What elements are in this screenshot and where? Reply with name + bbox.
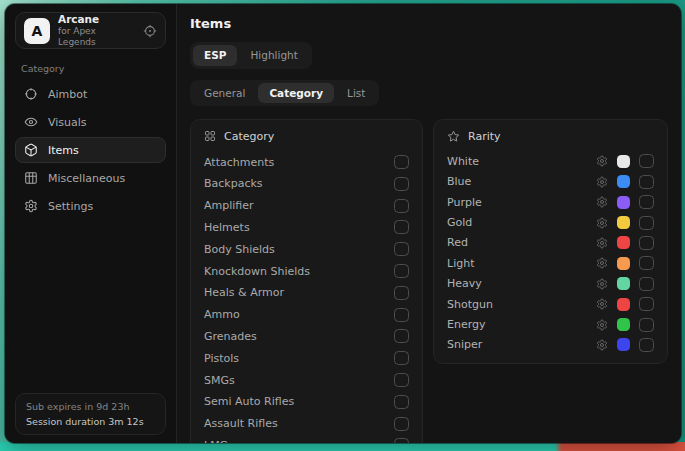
sidebar-item-miscellaneous[interactable]: Miscellaneous (15, 165, 166, 191)
rarity-color-swatch[interactable] (617, 196, 630, 209)
rarity-color-swatch[interactable] (617, 236, 630, 249)
category-checkbox[interactable] (394, 373, 409, 387)
category-panel-title: Category (224, 130, 274, 143)
category-checkbox[interactable] (394, 417, 409, 431)
subscription-status-card: Sub expires in 9d 23h Session duration 3… (15, 393, 166, 435)
sidebar-nav: Aimbot Visuals Items Miscellaneous Setti… (15, 81, 166, 221)
category-row: Amplifier (204, 195, 409, 217)
category-checkbox[interactable] (394, 220, 409, 234)
category-checkbox[interactable] (394, 351, 409, 365)
category-checkbox[interactable] (394, 199, 409, 213)
rarity-row: Red (447, 233, 654, 253)
crosshair-icon (24, 87, 38, 101)
rarity-color-swatch[interactable] (617, 155, 630, 168)
panels-row: Category Attachments Backpacks Amplifier (190, 119, 668, 443)
rarity-row: Light (447, 253, 654, 273)
rarity-checkbox[interactable] (639, 175, 654, 189)
gear-icon[interactable] (596, 176, 608, 188)
rarity-list: White Blue (447, 151, 654, 355)
category-row: Helmets (204, 217, 409, 239)
sidebar-item-settings[interactable]: Settings (15, 193, 166, 219)
category-row: Pistols (204, 347, 409, 369)
category-row: Heals & Armor (204, 282, 409, 304)
app-logo: A (24, 18, 50, 44)
rarity-checkbox[interactable] (639, 277, 654, 291)
category-checkbox[interactable] (394, 308, 409, 322)
view-tabs: GeneralCategoryList (190, 80, 379, 107)
category-checkbox[interactable] (394, 438, 409, 443)
category-row: Semi Auto Rifles (204, 391, 409, 413)
session-duration-text: Session duration 3m 12s (26, 416, 155, 427)
rarity-panel-title: Rarity (468, 130, 501, 143)
category-list: Attachments Backpacks Amplifier Helmets (204, 151, 409, 443)
gear-icon (24, 199, 38, 213)
gear-icon[interactable] (596, 257, 608, 269)
rarity-color-swatch[interactable] (617, 216, 630, 229)
box-icon (24, 143, 38, 157)
tab-general[interactable]: General (193, 83, 256, 104)
rarity-row: Purple (447, 192, 654, 212)
rarity-row: Heavy (447, 274, 654, 294)
rarity-checkbox[interactable] (639, 256, 654, 270)
sub-expiry-text: Sub expires in 9d 23h (26, 401, 155, 412)
tab-highlight[interactable]: Highlight (239, 45, 308, 66)
category-checkbox[interactable] (394, 242, 409, 256)
tab-category[interactable]: Category (258, 83, 334, 104)
category-row: Backpacks (204, 173, 409, 195)
gear-icon[interactable] (596, 339, 608, 351)
brand-card[interactable]: A Arcane for Apex Legends (15, 12, 166, 49)
rarity-checkbox[interactable] (639, 297, 654, 311)
esp-mode-toggle: ESPHighlight (190, 42, 312, 69)
rarity-row: Energy (447, 314, 654, 334)
rarity-row: Gold (447, 212, 654, 232)
app-title: Arcane (58, 13, 135, 26)
category-row: Assault Rifles (204, 413, 409, 435)
desktop-taskbar-strip (0, 442, 685, 451)
eye-icon (24, 115, 38, 129)
sidebar-item-visuals[interactable]: Visuals (15, 109, 166, 135)
target-icon[interactable] (143, 24, 157, 38)
page-title: Items (190, 16, 668, 31)
category-checkbox[interactable] (394, 264, 409, 278)
rarity-checkbox[interactable] (639, 216, 654, 230)
rarity-row: Sniper (447, 335, 654, 355)
rarity-checkbox[interactable] (639, 154, 654, 168)
category-row: Ammo (204, 304, 409, 326)
category-row: Attachments (204, 151, 409, 173)
rarity-color-swatch[interactable] (617, 277, 630, 290)
rarity-color-swatch[interactable] (617, 338, 630, 351)
grid-icon (204, 130, 216, 142)
rarity-checkbox[interactable] (639, 338, 654, 352)
gear-icon[interactable] (596, 319, 608, 331)
sidebar-item-aimbot[interactable]: Aimbot (15, 81, 166, 107)
rarity-checkbox[interactable] (639, 236, 654, 250)
tab-list[interactable]: List (336, 83, 376, 104)
gear-icon[interactable] (596, 278, 608, 290)
rarity-row: Blue (447, 172, 654, 192)
rarity-checkbox[interactable] (639, 195, 654, 209)
app-subtitle: for Apex Legends (58, 26, 135, 49)
gear-icon[interactable] (596, 155, 608, 167)
rarity-color-swatch[interactable] (617, 257, 630, 270)
table-icon (24, 171, 38, 185)
category-checkbox[interactable] (394, 395, 409, 409)
category-checkbox[interactable] (394, 286, 409, 300)
main-content: Items ESPHighlight GeneralCategoryList C… (177, 4, 681, 443)
category-checkbox[interactable] (394, 155, 409, 169)
rarity-panel: Rarity White (433, 119, 668, 364)
sidebar-item-items[interactable]: Items (15, 137, 166, 163)
category-checkbox[interactable] (394, 177, 409, 191)
rarity-color-swatch[interactable] (617, 175, 630, 188)
gear-icon[interactable] (596, 298, 608, 310)
category-row: Grenades (204, 326, 409, 348)
gear-icon[interactable] (596, 217, 608, 229)
rarity-checkbox[interactable] (639, 318, 654, 332)
gear-icon[interactable] (596, 196, 608, 208)
sidebar: A Arcane for Apex Legends Category Aimbo… (5, 4, 177, 443)
gear-icon[interactable] (596, 237, 608, 249)
category-checkbox[interactable] (394, 329, 409, 343)
rarity-color-swatch[interactable] (617, 318, 630, 331)
category-row: LMGs (204, 435, 409, 443)
tab-esp[interactable]: ESP (193, 45, 237, 66)
rarity-color-swatch[interactable] (617, 298, 630, 311)
